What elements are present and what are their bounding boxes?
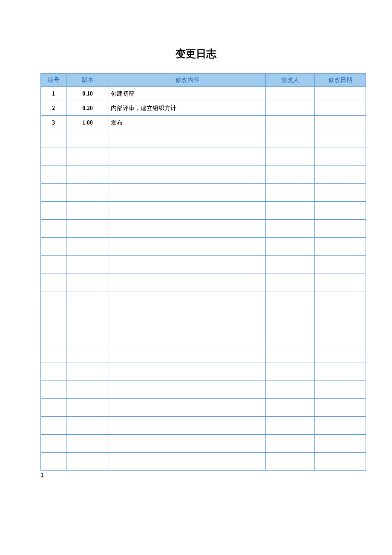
table-row <box>41 345 366 363</box>
cell-idx: 1 <box>41 87 66 101</box>
cell-who <box>266 327 315 345</box>
cell-idx <box>41 399 66 417</box>
cell-date <box>315 381 366 399</box>
cell-date <box>315 273 366 291</box>
cell-who <box>266 220 315 238</box>
cell-ver <box>66 327 109 345</box>
cell-who <box>266 101 315 116</box>
cell-date <box>315 291 366 309</box>
cell-who <box>266 291 315 309</box>
cell-date <box>315 435 366 453</box>
cell-desc <box>109 363 266 381</box>
table-row <box>41 291 366 309</box>
cell-ver <box>66 435 109 453</box>
table-row <box>41 417 366 435</box>
cell-desc <box>109 238 266 256</box>
table-row: 31.00发布 <box>41 116 366 130</box>
cell-idx <box>41 202 66 220</box>
cell-ver <box>66 345 109 363</box>
cell-who <box>266 184 315 202</box>
table-row <box>41 381 366 399</box>
cell-ver: 0.20 <box>66 101 109 116</box>
col-header-desc: 修改内容 <box>109 74 266 87</box>
cell-idx <box>41 256 66 273</box>
cell-desc <box>109 381 266 399</box>
table-row <box>41 166 366 184</box>
cell-ver <box>66 399 109 417</box>
cell-desc: 创建初稿 <box>109 87 266 101</box>
cell-ver <box>66 453 109 471</box>
table-row <box>41 202 366 220</box>
cell-idx <box>41 148 66 166</box>
cell-idx <box>41 220 66 238</box>
table-row <box>41 220 366 238</box>
page-title: 变更日志 <box>40 47 352 61</box>
cell-desc <box>109 148 266 166</box>
col-header-who: 修改人 <box>266 74 315 87</box>
cell-desc <box>109 184 266 202</box>
cell-desc <box>109 220 266 238</box>
cell-desc <box>109 202 266 220</box>
cell-ver <box>66 363 109 381</box>
cell-who <box>266 417 315 435</box>
cell-date <box>315 220 366 238</box>
cell-ver <box>66 220 109 238</box>
cell-desc <box>109 291 266 309</box>
table-row <box>41 453 366 471</box>
cell-desc <box>109 273 266 291</box>
cell-idx <box>41 363 66 381</box>
table-row <box>41 273 366 291</box>
cell-who <box>266 399 315 417</box>
cell-idx <box>41 184 66 202</box>
cell-date <box>315 453 366 471</box>
cell-desc <box>109 166 266 184</box>
cell-idx <box>41 238 66 256</box>
cell-who <box>266 345 315 363</box>
cell-ver <box>66 273 109 291</box>
cell-desc <box>109 435 266 453</box>
table-row: 10.10创建初稿 <box>41 87 366 101</box>
cell-ver <box>66 166 109 184</box>
cell-idx: 3 <box>41 116 66 130</box>
cell-desc: 发布 <box>109 116 266 130</box>
cell-desc <box>109 453 266 471</box>
cell-date <box>315 184 366 202</box>
cell-who <box>266 238 315 256</box>
cell-who <box>266 87 315 101</box>
cell-date <box>315 417 366 435</box>
cell-date <box>315 202 366 220</box>
cell-who <box>266 148 315 166</box>
page: 变更日志 编号 版本 修改内容 修改人 修改日期 10.10创建初稿20.20内… <box>0 0 392 495</box>
cell-date <box>315 256 366 273</box>
cell-ver <box>66 238 109 256</box>
changelog-table: 编号 版本 修改内容 修改人 修改日期 10.10创建初稿20.20内部评审，建… <box>40 73 366 471</box>
cell-date <box>315 309 366 327</box>
cell-idx <box>41 273 66 291</box>
cell-date <box>315 116 366 130</box>
cell-ver <box>66 381 109 399</box>
cell-ver <box>66 148 109 166</box>
cell-idx <box>41 417 66 435</box>
table-row <box>41 256 366 273</box>
cell-desc <box>109 130 266 148</box>
cell-ver <box>66 130 109 148</box>
cell-date <box>315 238 366 256</box>
cell-who <box>266 453 315 471</box>
table-row <box>41 309 366 327</box>
cell-idx <box>41 381 66 399</box>
cell-who <box>266 381 315 399</box>
table-row <box>41 399 366 417</box>
cell-desc <box>109 256 266 273</box>
cell-who <box>266 202 315 220</box>
cell-ver <box>66 184 109 202</box>
cell-who <box>266 166 315 184</box>
table-row: 20.20内部评审，建立组织方计 <box>41 101 366 116</box>
cell-date <box>315 399 366 417</box>
cell-who <box>266 273 315 291</box>
cell-idx <box>41 130 66 148</box>
cell-desc <box>109 327 266 345</box>
cell-desc <box>109 417 266 435</box>
cell-desc <box>109 309 266 327</box>
cell-date <box>315 148 366 166</box>
cell-ver <box>66 309 109 327</box>
